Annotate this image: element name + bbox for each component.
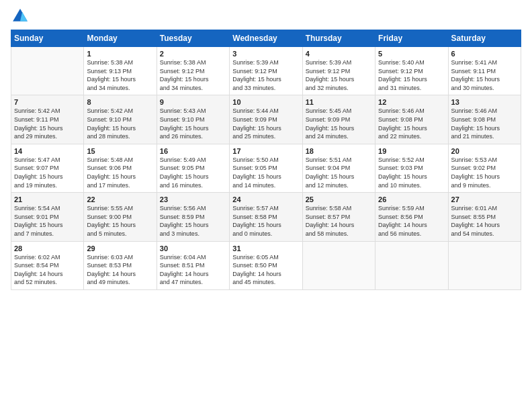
cell-content: Sunrise: 6:02 AM Sunset: 8:54 PM Dayligh… <box>14 253 81 287</box>
calendar-cell: 6Sunrise: 5:41 AM Sunset: 9:11 PM Daylig… <box>448 47 521 95</box>
day-number: 18 <box>306 147 372 155</box>
calendar-cell: 1Sunrise: 5:38 AM Sunset: 9:13 PM Daylig… <box>84 47 157 95</box>
cell-content: Sunrise: 5:40 AM Sunset: 9:12 PM Dayligh… <box>378 58 445 92</box>
day-number: 4 <box>306 50 372 58</box>
page: SundayMondayTuesdayWednesdayThursdayFrid… <box>0 0 532 411</box>
cell-content: Sunrise: 5:42 AM Sunset: 9:10 PM Dayligh… <box>87 107 153 140</box>
day-header-tuesday: Tuesday <box>157 30 229 47</box>
day-number: 31 <box>232 244 299 253</box>
day-number: 23 <box>160 195 226 203</box>
cell-content: Sunrise: 5:50 AM Sunset: 9:05 PM Dayligh… <box>232 156 299 189</box>
calendar-cell: 17Sunrise: 5:50 AM Sunset: 9:05 PM Dayli… <box>230 144 302 192</box>
cell-content: Sunrise: 5:46 AM Sunset: 9:08 PM Dayligh… <box>378 107 445 140</box>
calendar-cell: 9Sunrise: 5:43 AM Sunset: 9:10 PM Daylig… <box>157 95 229 144</box>
day-header-wednesday: Wednesday <box>230 30 302 47</box>
calendar-body: 1Sunrise: 5:38 AM Sunset: 9:13 PM Daylig… <box>11 47 521 290</box>
day-header-friday: Friday <box>375 30 448 47</box>
day-number: 9 <box>160 98 226 106</box>
calendar-cell: 3Sunrise: 5:39 AM Sunset: 9:12 PM Daylig… <box>230 47 302 95</box>
calendar-cell: 13Sunrise: 5:46 AM Sunset: 9:08 PM Dayli… <box>448 95 521 144</box>
calendar-cell: 31Sunrise: 6:05 AM Sunset: 8:50 PM Dayli… <box>230 241 302 289</box>
days-header-row: SundayMondayTuesdayWednesdayThursdayFrid… <box>11 30 521 47</box>
day-number: 3 <box>232 50 299 58</box>
cell-content: Sunrise: 5:52 AM Sunset: 9:03 PM Dayligh… <box>378 156 445 189</box>
calendar-cell: 14Sunrise: 5:47 AM Sunset: 9:07 PM Dayli… <box>11 144 84 192</box>
calendar-cell: 19Sunrise: 5:52 AM Sunset: 9:03 PM Dayli… <box>375 144 448 192</box>
cell-content: Sunrise: 5:39 AM Sunset: 9:12 PM Dayligh… <box>306 58 372 92</box>
calendar-cell: 23Sunrise: 5:56 AM Sunset: 8:59 PM Dayli… <box>157 193 229 241</box>
calendar-cell: 4Sunrise: 5:39 AM Sunset: 9:12 PM Daylig… <box>302 47 375 95</box>
day-header-thursday: Thursday <box>302 30 375 47</box>
day-number: 21 <box>14 195 81 203</box>
calendar-cell <box>11 47 84 95</box>
calendar-cell: 8Sunrise: 5:42 AM Sunset: 9:10 PM Daylig… <box>84 95 157 144</box>
cell-content: Sunrise: 5:47 AM Sunset: 9:07 PM Dayligh… <box>14 156 81 189</box>
day-number: 2 <box>160 50 226 58</box>
day-number: 10 <box>232 98 299 106</box>
calendar-cell: 18Sunrise: 5:51 AM Sunset: 9:04 PM Dayli… <box>302 144 375 192</box>
calendar-cell: 27Sunrise: 6:01 AM Sunset: 8:55 PM Dayli… <box>448 193 521 241</box>
cell-content: Sunrise: 5:57 AM Sunset: 8:58 PM Dayligh… <box>232 204 299 238</box>
day-number: 15 <box>87 147 153 155</box>
cell-content: Sunrise: 5:46 AM Sunset: 9:08 PM Dayligh… <box>451 107 518 140</box>
day-number: 27 <box>451 195 518 203</box>
cell-content: Sunrise: 5:55 AM Sunset: 9:00 PM Dayligh… <box>87 204 153 238</box>
day-number: 16 <box>160 147 226 155</box>
day-number: 12 <box>378 98 445 106</box>
calendar-cell: 7Sunrise: 5:42 AM Sunset: 9:11 PM Daylig… <box>11 95 84 144</box>
calendar-cell: 24Sunrise: 5:57 AM Sunset: 8:58 PM Dayli… <box>230 193 302 241</box>
calendar-cell: 10Sunrise: 5:44 AM Sunset: 9:09 PM Dayli… <box>230 95 302 144</box>
day-number: 29 <box>87 244 153 253</box>
header <box>11 7 521 26</box>
calendar-header: SundayMondayTuesdayWednesdayThursdayFrid… <box>11 30 521 47</box>
day-header-monday: Monday <box>84 30 157 47</box>
calendar-cell: 12Sunrise: 5:46 AM Sunset: 9:08 PM Dayli… <box>375 95 448 144</box>
logo <box>11 7 32 26</box>
cell-content: Sunrise: 5:43 AM Sunset: 9:10 PM Dayligh… <box>160 107 226 140</box>
cell-content: Sunrise: 6:04 AM Sunset: 8:51 PM Dayligh… <box>160 253 226 287</box>
cell-content: Sunrise: 5:44 AM Sunset: 9:09 PM Dayligh… <box>232 107 299 140</box>
calendar-cell: 11Sunrise: 5:45 AM Sunset: 9:09 PM Dayli… <box>302 95 375 144</box>
day-number: 8 <box>87 98 153 106</box>
cell-content: Sunrise: 5:56 AM Sunset: 8:59 PM Dayligh… <box>160 204 226 238</box>
cell-content: Sunrise: 5:49 AM Sunset: 9:05 PM Dayligh… <box>160 156 226 189</box>
cell-content: Sunrise: 6:01 AM Sunset: 8:55 PM Dayligh… <box>451 204 518 238</box>
week-row-1: 1Sunrise: 5:38 AM Sunset: 9:13 PM Daylig… <box>11 47 521 95</box>
calendar-cell: 15Sunrise: 5:48 AM Sunset: 9:06 PM Dayli… <box>84 144 157 192</box>
cell-content: Sunrise: 5:58 AM Sunset: 8:57 PM Dayligh… <box>306 204 372 238</box>
week-row-2: 7Sunrise: 5:42 AM Sunset: 9:11 PM Daylig… <box>11 95 521 144</box>
calendar-cell: 26Sunrise: 5:59 AM Sunset: 8:56 PM Dayli… <box>375 193 448 241</box>
day-number: 26 <box>378 195 445 203</box>
day-number: 24 <box>232 195 299 203</box>
cell-content: Sunrise: 6:03 AM Sunset: 8:53 PM Dayligh… <box>87 253 153 287</box>
calendar-cell: 30Sunrise: 6:04 AM Sunset: 8:51 PM Dayli… <box>157 241 229 289</box>
calendar-cell: 21Sunrise: 5:54 AM Sunset: 9:01 PM Dayli… <box>11 193 84 241</box>
day-number: 7 <box>14 98 81 106</box>
day-number: 1 <box>87 50 153 58</box>
calendar-cell <box>375 241 448 289</box>
logo-icon <box>11 7 30 26</box>
cell-content: Sunrise: 5:41 AM Sunset: 9:11 PM Dayligh… <box>451 58 518 92</box>
day-number: 17 <box>232 147 299 155</box>
day-header-saturday: Saturday <box>448 30 521 47</box>
day-number: 25 <box>306 195 372 203</box>
day-number: 30 <box>160 244 226 253</box>
week-row-3: 14Sunrise: 5:47 AM Sunset: 9:07 PM Dayli… <box>11 144 521 192</box>
cell-content: Sunrise: 5:54 AM Sunset: 9:01 PM Dayligh… <box>14 204 81 238</box>
cell-content: Sunrise: 5:39 AM Sunset: 9:12 PM Dayligh… <box>232 58 299 92</box>
calendar-cell: 20Sunrise: 5:53 AM Sunset: 9:02 PM Dayli… <box>448 144 521 192</box>
cell-content: Sunrise: 5:38 AM Sunset: 9:13 PM Dayligh… <box>87 58 153 92</box>
cell-content: Sunrise: 5:48 AM Sunset: 9:06 PM Dayligh… <box>87 156 153 189</box>
calendar-cell: 16Sunrise: 5:49 AM Sunset: 9:05 PM Dayli… <box>157 144 229 192</box>
day-number: 11 <box>306 98 372 106</box>
cell-content: Sunrise: 5:45 AM Sunset: 9:09 PM Dayligh… <box>306 107 372 140</box>
day-number: 13 <box>451 98 518 106</box>
calendar-cell: 22Sunrise: 5:55 AM Sunset: 9:00 PM Dayli… <box>84 193 157 241</box>
day-number: 6 <box>451 50 518 58</box>
day-number: 20 <box>451 147 518 155</box>
calendar-cell: 28Sunrise: 6:02 AM Sunset: 8:54 PM Dayli… <box>11 241 84 289</box>
calendar-cell: 25Sunrise: 5:58 AM Sunset: 8:57 PM Dayli… <box>302 193 375 241</box>
calendar-table: SundayMondayTuesdayWednesdayThursdayFrid… <box>11 30 521 290</box>
cell-content: Sunrise: 5:51 AM Sunset: 9:04 PM Dayligh… <box>306 156 372 189</box>
week-row-4: 21Sunrise: 5:54 AM Sunset: 9:01 PM Dayli… <box>11 193 521 241</box>
